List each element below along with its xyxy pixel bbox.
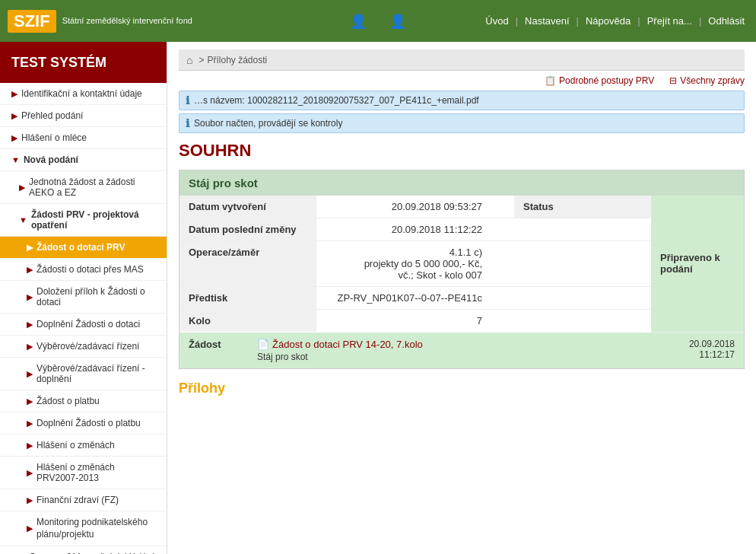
zadost-content: 📄 Žádost o dotaci PRV 14-20, 7.kolo Stáj… [257,339,659,362]
arrow-icon: ▶ [11,111,17,121]
sidebar-item-hlaseni-mlece[interactable]: ▶ Hlášení o mléce [0,127,167,149]
page-title: SOUHRN [179,141,745,161]
main-content: ⌂ > Přílohy žádosti 📋 Podrobné postupy P… [167,42,756,554]
header: SZIF Státní zemědělský intervenční fond … [0,0,756,42]
arrow-icon: ▶ [11,133,17,143]
arrow-icon: ▶ [27,468,33,478]
test-system-label: TEST SYSTÉM [0,42,167,83]
sidebar-item-zadost-platbu[interactable]: ▶ Žádost o platbu [0,390,167,412]
pdf-icon: 📄 [257,339,269,350]
value-operace: 4.1.1 c) projekty do 5 000 000,- Kč, vč.… [316,241,491,287]
sidebar-item-dolozeni[interactable]: ▶ Doložení příloh k Žádosti o dotaci [0,281,167,314]
status-label: Status [514,196,651,218]
nav-nastaveni[interactable]: Nastavení [521,14,573,28]
sidebar-item-hlaseni-zmenach[interactable]: ▶ Hlášení o změnách [0,435,167,457]
arrow-icon: ▶ [27,320,33,330]
arrow-icon: ▶ [27,292,33,302]
home-icon[interactable]: ⌂ [186,54,192,66]
zadost-date: 20.09.2018 11:12:17 [666,339,735,360]
arrow-icon: ▶ [27,342,33,352]
label-operace: Operace/záměr [179,241,316,287]
nav-napoveda[interactable]: Nápověda [582,14,634,28]
arrow-icon: ▶ [27,243,33,253]
label-datum-vytvoreni: Datum vytvoření [179,196,316,218]
info-filename: ℹ …s názvem: 1000282112_20180920075327_0… [179,91,745,110]
sidebar-item-vyberove-doplneni[interactable]: ▶ Výběrové/zadávací řízení - doplnění [0,358,167,390]
value-kolo: 7 [316,310,491,333]
value-predtisk: ZP-RV_NP01K07--0-07--PE411c [316,287,491,310]
header-nav: Úvod | Nastavení | Nápověda | Přejít na.… [481,0,748,42]
sidebar-nova-podani[interactable]: ▼ Nová podání [0,149,167,171]
sidebar-item-zadosti-mas[interactable]: ▶ Žádosti o dotaci přes MAS [0,259,167,281]
procedures-link[interactable]: 📋 Podrobné postupy PRV [545,75,654,86]
arrow-icon: ▶ [27,396,33,406]
sidebar-item-zadost-dotaci-prv[interactable]: ▶ Žádost o dotaci PRV [0,237,167,259]
nav-prejit[interactable]: Přejít na... [643,14,696,28]
arrow-icon: ▶ [27,523,33,533]
zadost-link[interactable]: 📄 Žádost o dotaci PRV 14-20, 7.kolo [257,339,659,350]
info-status: ℹ Soubor načten, provádějí se kontroly [179,113,745,133]
procedure-icon: 📋 [545,75,556,86]
nav-uvod[interactable]: Úvod [481,14,512,28]
arrow-icon: ▶ [27,265,33,275]
zadost-subtitle: Stáj pro skot [257,352,659,362]
person1-icon: 👤 [350,13,367,30]
table-row: Datum vytvoření 20.09.2018 09:53:27 Stat… [179,196,744,218]
sidebar-item-jednotna[interactable]: ▶ Jednotná žádost a žádosti AEKO a EZ [0,171,167,204]
info-icon: ℹ [186,94,189,107]
sidebar-item-financni[interactable]: ▶ Finanční zdraví (FZ) [0,489,167,511]
sidebar-item-operace611[interactable]: ▶ Operace 611 – roční dokládání příloh [0,546,167,554]
szif-logo: SZIF [8,10,56,33]
sidebar-item-monitoring[interactable]: ▶ Monitoring podnikatelského plánu/proje… [0,511,167,546]
arrow-icon: ▶ [27,441,33,451]
label-kolo: Kolo [179,310,316,333]
value-datum-zmeny: 20.09.2018 11:12:22 [316,218,491,241]
sidebar-zadosti-prv[interactable]: ▼ Žádosti PRV - projektová opatření [0,204,167,237]
section-box: Stáj pro skot Datum vytvoření 20.09.2018… [179,170,745,369]
status-value: Připraveno k podání [651,196,744,332]
logo: SZIF Státní zemědělský intervenční fond [8,10,192,33]
section-header: Stáj pro skot [179,170,744,196]
sidebar-item-doplneni[interactable]: ▶ Doplnění Žádosti o dotaci [0,314,167,336]
arrow-icon: ▶ [27,419,33,428]
all-messages-link[interactable]: ⊟ Všechny zprávy [669,75,745,86]
nav-odhlasit[interactable]: Odhlásit [704,14,748,28]
layout: TEST SYSTÉM ▶ Identifikační a kontaktní … [0,42,756,554]
arrow-icon: ▼ [19,215,27,224]
label-datum-zmeny: Datum poslední změny [179,218,316,241]
label-predtisk: Předtisk [179,287,316,310]
minus-icon: ⊟ [669,75,677,86]
value-datum-vytvoreni: 20.09.2018 09:53:27 [316,196,491,218]
breadcrumb: ⌂ > Přílohy žádosti [179,49,745,71]
sidebar-item-vyberove[interactable]: ▶ Výběrové/zadávací řízení [0,336,167,358]
arrow-icon: ▶ [27,495,33,505]
sidebar-item-doplneni-platbu[interactable]: ▶ Doplnění Žádosti o platbu [0,412,167,435]
data-table: Datum vytvoření 20.09.2018 09:53:27 Stat… [179,196,744,333]
sidebar-item-hlaseni-zmenach-prv[interactable]: ▶ Hlášení o změnách PRV2007-2013 [0,457,167,489]
arrow-icon: ▶ [27,369,33,379]
arrow-icon: ▼ [11,155,20,164]
prilohy-title: Přílohy [179,380,745,396]
sidebar: TEST SYSTÉM ▶ Identifikační a kontaktní … [0,42,167,554]
top-links: 📋 Podrobné postupy PRV ⊟ Všechny zprávy [179,75,745,86]
info-icon2: ℹ [186,117,189,129]
header-icons: 👤 👤 [350,13,406,30]
breadcrumb-current: Přílohy žádosti [207,55,267,65]
person2-icon: 👤 [389,13,406,30]
arrow-icon: ▶ [11,89,17,99]
sidebar-item-prehled[interactable]: ▶ Přehled podání [0,105,167,127]
zadost-row: Žádost 📄 Žádost o dotaci PRV 14-20, 7.ko… [179,333,744,368]
szif-subtext: Státní zemědělský intervenční fond [62,15,192,26]
zadost-label: Žádost [189,339,249,350]
arrow-icon: ▶ [19,183,25,193]
section-body: Datum vytvoření 20.09.2018 09:53:27 Stat… [179,196,744,368]
sidebar-item-identifikacni[interactable]: ▶ Identifikační a kontaktní údaje [0,83,167,105]
